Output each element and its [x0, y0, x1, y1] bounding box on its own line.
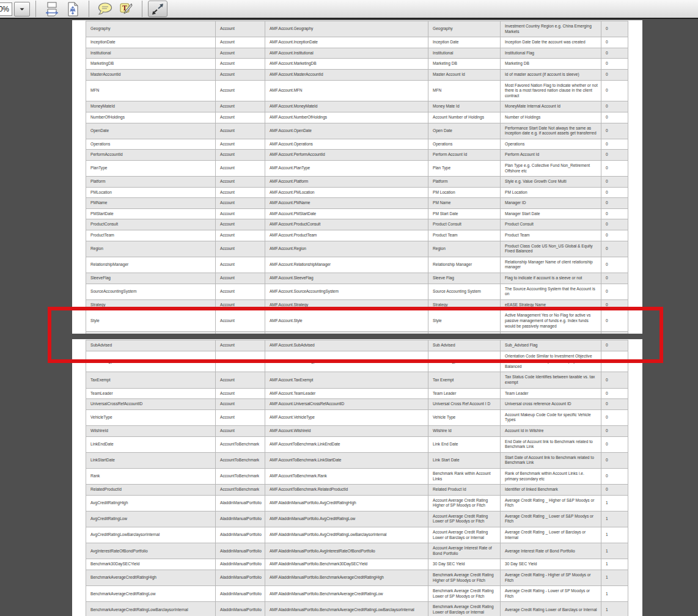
cell-field: TaxExempt: [86, 372, 216, 388]
zoom-control: 0%: [0, 2, 30, 16]
cell-field: Strategy: [86, 299, 216, 310]
table-row: LinkStartDateAccountToBenchmarkAMF.Accou…: [86, 452, 628, 468]
cell-display: Sleeve Flag: [428, 273, 501, 284]
table-row: OpenDateAccountAMF.Account.OpenDateOpen …: [86, 123, 628, 139]
cell-field: AvgCreditRatingHigh: [86, 495, 216, 511]
cell-desc: Orientation Code Similar to Investment O…: [501, 351, 601, 372]
cell-display: Benchmark Average Credit Rating Lower of…: [428, 602, 501, 616]
cell-category: Account: [216, 299, 265, 310]
table-row: StrategyAccountAMF.Account.StrategyStrat…: [86, 299, 628, 310]
cell-display: Inception Date: [428, 37, 501, 48]
cell-category: Account: [216, 177, 265, 188]
cell-field: PMLocation: [86, 187, 216, 198]
cell-flag: 1: [601, 602, 628, 616]
cell-flag: 1: [601, 586, 628, 602]
cell-path: AMF.Account.Style: [265, 310, 428, 332]
fit-width-button[interactable]: [42, 0, 62, 18]
cell-flag: 0: [601, 372, 628, 388]
cell-field: ProductTeam: [86, 230, 216, 241]
table-row: MFNAccountAMF.Account.MFNMFNMost Favored…: [86, 80, 628, 101]
cell-flag: 1: [601, 570, 628, 586]
cell-display: Platform: [428, 177, 501, 188]
table-row: SleeveFlagAccountAMF.Account.SleeveFlagS…: [86, 273, 628, 284]
table-row: RelationshipManagerAccountAMF.Account.Re…: [86, 257, 628, 273]
cell-flag: 0: [601, 284, 628, 299]
cell-flag: 0: [601, 388, 628, 399]
cell-flag: 0: [601, 399, 628, 410]
cell-field: RelationshipManager: [86, 257, 216, 273]
cell-display: Marketing DB: [428, 59, 501, 70]
comment-tool-button[interactable]: [95, 0, 116, 18]
cell-desc: Tax Status Code Identifies between taxab…: [501, 372, 601, 388]
table-row: RelatedProductIdAccountToBenchmarkAMF.Ac…: [86, 485, 628, 496]
cell-path: AMF.Account.OpenDate: [265, 123, 428, 139]
document-area[interactable]: GeographyAccountAMF.Account.GeographyGeo…: [0, 20, 698, 616]
table-row: PlatformAccountAMF.Account.PlatformPlatf…: [86, 177, 628, 188]
cell-desc: PM Location: [501, 187, 601, 198]
cell-desc: Investment Country Region e.g. China Eme…: [501, 21, 601, 37]
cell-category: Account: [216, 273, 265, 284]
cell-display: PM Name: [428, 198, 501, 209]
expand-arrows-icon: [151, 3, 164, 15]
table-row: StyleAccountAMF.Account.StyleStyleActive…: [86, 310, 628, 332]
table-row: PMStartDateAccountAMF.Account.PMStartDat…: [86, 208, 628, 219]
cell-desc: Style e.g. Value Growth Core Multi: [501, 177, 601, 188]
fit-width-icon: [44, 1, 60, 17]
cell-desc: Most Favored Nation Flag to indicate whe…: [501, 80, 601, 101]
cell-category: Account: [216, 21, 265, 37]
cell-path: AMF.Account.Platform: [265, 177, 428, 188]
zoom-level-input[interactable]: 0%: [0, 2, 12, 16]
cell-flag: 0: [601, 468, 628, 484]
cell-path: AMF.AladdinManualPortfolio.BenchmarkAver…: [265, 586, 428, 602]
cell-path: AMF.Account.MasterAccountId: [265, 69, 428, 80]
cell-path: AMF.Account.PerformAccountId: [265, 150, 428, 161]
cell-desc: Team Leader: [501, 388, 601, 399]
cell-display: Master Account Id: [428, 69, 501, 80]
table-row: VehicleTypeAccountAMF.Account.VehicleTyp…: [86, 409, 628, 425]
cell-display: Account Average Interest Rate of Bond Po…: [428, 543, 501, 559]
cell-desc: Id of master account (if account is slee…: [501, 69, 601, 80]
table-row: RankAccountToBenchmarkAMF.AccountToBench…: [86, 468, 628, 484]
cell-flag: 0: [601, 48, 628, 59]
cell-desc: Institutional Flag: [501, 48, 601, 59]
cell-field: MarketingDB: [86, 59, 216, 70]
zoom-dropdown-button[interactable]: [14, 2, 30, 16]
cell-display: Vehicle Type: [428, 409, 501, 425]
cell-path: AMF.AladdinManualPortfolio.AvgCreditRati…: [265, 527, 428, 543]
cell-desc: MoneyMate Internal Account Id: [501, 101, 601, 112]
cell-category: AladdinManualPortfolio: [216, 602, 265, 616]
cell-field: RelatedProductId: [86, 485, 216, 496]
table-row: AvgCreditRatingHighAladdinManualPortfoli…: [86, 495, 628, 511]
annotation-toolbar: 0% T: [0, 0, 698, 19]
cell-desc: eEASE Strategy Name: [501, 299, 601, 310]
cell-category: Account: [216, 425, 265, 436]
fit-page-button[interactable]: [62, 0, 83, 18]
cell-flag: 0: [601, 112, 628, 123]
partial-table-row: [86, 332, 628, 334]
cell-category: AladdinManualPortfolio: [216, 570, 265, 586]
cell-category: AccountToBenchmark: [216, 468, 265, 484]
cell-flag: 0: [601, 452, 628, 468]
cell-field: Platform: [86, 177, 216, 188]
cell-desc: Account Makeup Code Code for specific Ve…: [501, 409, 601, 425]
table-row: SubAdvisedAccountAMF.Account.SubAdvisedS…: [86, 340, 628, 351]
cell-field: PMName: [86, 198, 216, 209]
cell-flag: 0: [601, 177, 628, 188]
cell-desc: Marketing DB: [501, 59, 601, 70]
expand-button[interactable]: [148, 1, 167, 17]
cell-flag: 0: [601, 208, 628, 219]
cell-field: WilshireId: [86, 425, 216, 436]
cell-path: AMF.Account.TaxExempt: [265, 372, 428, 388]
cell-flag: 1: [601, 559, 628, 570]
table-row: PerformAccountIdAccountAMF.Account.Perfo…: [86, 150, 628, 161]
cell-path: AMF.Account.PMStartDate: [265, 208, 428, 219]
cell-category: Account: [216, 257, 265, 273]
table-row: GeographyAccountAMF.Account.GeographyGeo…: [86, 21, 628, 37]
cell-path: AMF.Account.NumberOfHoldings: [265, 112, 428, 123]
text-highlight-tool-button[interactable]: T: [116, 0, 136, 18]
table-row: LinkEndDateAccountToBenchmarkAMF.Account…: [86, 436, 628, 452]
cell-category: Account: [216, 80, 265, 101]
table-row: SourceAccountingSystemAccountAMF.Account…: [86, 284, 628, 299]
cell-category: Account: [216, 160, 265, 176]
cell-path: AMF.Account.PMName: [265, 198, 428, 209]
